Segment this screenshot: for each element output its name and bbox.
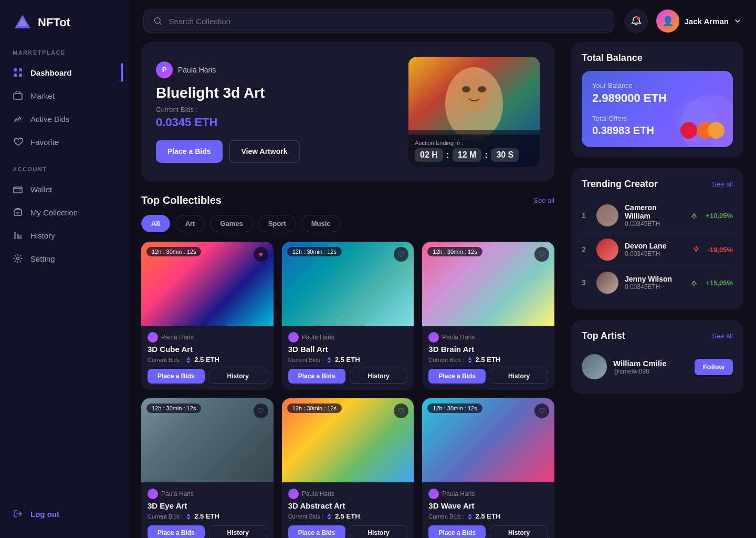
trending-see-all[interactable]: See all [712,180,733,188]
creator-name-1: Devon Lane [625,242,685,250]
card-bid-val-1: 2.5 ETH [335,356,360,364]
card-history-btn-2[interactable]: History [490,369,548,384]
offers-label: Total Offers [592,115,722,122]
card-fav-5[interactable]: ♡ [534,404,549,418]
svg-rect-3 [19,68,22,71]
card-timer-3: 12h : 30min : 12s [146,404,201,413]
card-creator-name-5: Paula Haris [442,490,475,498]
card-bid-btn-3[interactable]: Place a Bids [148,525,205,538]
card-fav-3[interactable]: ♡ [254,404,268,418]
collectible-card-2: 12h : 30min : 12s ♡ Paula Haris 3D Brain… [422,242,554,390]
card-bid-row-1: Current Bids : 2.5 ETH [288,356,408,364]
card-creator-row-4: Paula Haris [288,489,408,499]
card-history-btn-5[interactable]: History [490,525,548,538]
user-name: Jack Arman [685,17,729,26]
card-bid-btn-0[interactable]: Place a Bids [148,369,205,384]
creator-avatar-1 [596,239,618,261]
card-body-5: Paula Haris 3D Wave Art Current Bids : 2… [422,482,554,538]
trending-section: Trending Creator See all 1 Cameron Willi… [571,168,743,309]
card-creator-name-3: Paula Haris [161,490,194,498]
card-creator-name-1: Paula Haris [302,334,334,341]
sidebar-item-my-collection[interactable]: My Collection [0,201,122,224]
card-title-1: 3D Ball Art [288,345,408,354]
sidebar-item-active-bids[interactable]: Active Bids [0,107,122,130]
countdown-minutes: 12 M [453,148,482,162]
place-bids-button[interactable]: Place a Bids [156,140,223,163]
top-artist-see-all[interactable]: See all [712,332,733,340]
market-icon [13,90,23,101]
card-bid-row-3: Current Bids : 2.5 ETH [148,512,267,520]
card-fav-2[interactable]: ♡ [534,247,549,262]
card-bid-btn-1[interactable]: Place a Bids [288,369,345,384]
card-history-btn-1[interactable]: History [350,369,408,384]
sidebar-item-favorite[interactable]: Favorite [0,130,122,153]
search-bar[interactable] [143,9,614,33]
card-bid-btn-2[interactable]: Place a Bids [428,369,486,384]
svg-rect-5 [19,74,22,77]
card-image-5: 12h : 30min : 12s ♡ [422,398,554,482]
sidebar-item-wallet[interactable]: Wallet [0,178,122,201]
card-bid-btn-5[interactable]: Place a Bids [428,525,486,538]
creator-rank-0: 1 [582,211,590,220]
collectible-card-1: 12h : 30min : 12s ♡ Paula Haris 3D Ball … [282,242,414,390]
card-bid-label-5: Current Bids : [428,513,464,520]
svg-rect-11 [17,234,19,239]
featured-actions: Place a Bids View Artwork [156,140,396,163]
filter-art[interactable]: Art [175,215,205,232]
filter-games[interactable]: Games [210,215,253,232]
card-creator-row-3: Paula Haris [148,489,267,499]
svg-rect-7 [14,121,22,122]
card-image-0: 12h : 30min : 12s ♥ [141,242,274,326]
search-input[interactable] [169,17,604,26]
card-bid-row-2: Current Bids : 2.5 ETH [428,356,548,364]
card-history-btn-0[interactable]: History [209,369,267,384]
card-fav-4[interactable]: ♡ [394,404,408,418]
card-actions-4: Place a Bids History [288,525,408,538]
filter-sport[interactable]: Sport [258,215,296,232]
user-profile[interactable]: 👤 Jack Arman [656,9,742,33]
svg-point-13 [17,257,19,260]
top-artist-section: Top Artist See all William Cmilie @cmelw… [571,320,743,394]
auction-overlay: Auction Ending In : 02 H : 12 M : 30 S [408,134,540,167]
card-bid-val-4: 2.5 ETH [335,512,360,520]
card-creator-av-4 [288,489,299,499]
card-history-btn-4[interactable]: History [350,525,408,538]
logout-button[interactable]: Log out [0,502,129,525]
countdown-sep-1: : [446,150,449,161]
header: 👤 Jack Arman [129,0,756,42]
eth-icon-2 [466,356,474,364]
creator-avatar-2 [596,272,618,294]
card-actions-5: Place a Bids History [428,525,548,538]
sidebar-item-setting[interactable]: Setting [0,247,122,270]
sidebar-item-dashboard[interactable]: Dashboard [0,61,122,84]
card-image-1: 12h : 30min : 12s ♡ [282,242,414,326]
card-title-4: 3D Abstract Art [288,501,408,510]
svg-rect-2 [14,68,17,71]
artist-name: William Cmilie [613,359,688,368]
card-fav-1[interactable]: ♡ [394,247,408,262]
artist-handle: @cmelwi090 [613,368,688,375]
card-bid-btn-4[interactable]: Place a Bids [288,525,345,538]
featured-title: Bluelight 3d Art [156,85,396,101]
collectible-card-4: 12h : 30min : 12s ♡ Paula Haris 3D Abstr… [282,398,414,538]
card-bid-label-4: Current Bids : [288,513,323,520]
sidebar-item-market[interactable]: Market [0,84,122,107]
card-actions-2: Place a Bids History [428,369,548,384]
right-panel: Total Balance Your Balance 2.989000 ETH … [567,42,756,538]
follow-button[interactable]: Follow [695,359,733,375]
chevron-down-icon [734,17,741,25]
card-fav-0[interactable]: ♥ [254,247,268,262]
filter-all[interactable]: All [141,215,170,232]
card-history-btn-3[interactable]: History [209,525,267,538]
notification-button[interactable] [625,9,648,33]
top-artist-row: William Cmilie @cmelwi090 Follow [582,350,733,384]
dashboard-icon [13,67,23,78]
sidebar-item-history[interactable]: History [0,224,122,247]
view-artwork-button[interactable]: View Artwork [229,140,300,163]
featured-bid-label: Current Bids : [156,106,396,113]
creator-name-0: Cameron William [625,203,682,220]
sidebar-item-wallet-label: Wallet [30,185,52,194]
filter-music[interactable]: Music [301,215,341,232]
card-body-4: Paula Haris 3D Abstract Art Current Bids… [282,482,414,538]
collectibles-see-all[interactable]: See all [533,196,554,204]
